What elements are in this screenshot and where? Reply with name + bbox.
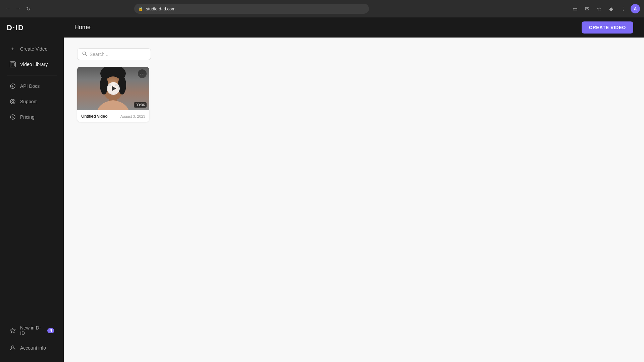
sidebar-item-pricing[interactable]: $ Pricing	[3, 110, 61, 124]
svg-line-12	[86, 55, 87, 56]
star-icon[interactable]: ☆	[594, 4, 604, 13]
sidebar: D·ID + Create Video Video Library	[0, 17, 64, 362]
logo: D·ID	[0, 17, 64, 38]
profile-avatar[interactable]: A	[631, 4, 640, 13]
sidebar-item-video-library-label: Video Library	[20, 62, 48, 67]
new-in-did-icon	[9, 327, 16, 334]
extension-icon[interactable]: ◆	[606, 4, 616, 13]
duration-badge: 00:06	[134, 102, 147, 108]
video-library-icon	[9, 61, 16, 68]
sidebar-item-video-library[interactable]: Video Library	[3, 57, 61, 72]
sidebar-item-api-docs[interactable]: API Docs	[3, 79, 61, 94]
lock-icon: 🔒	[138, 6, 143, 11]
new-badge: N	[47, 328, 54, 333]
bookmark-icon[interactable]: ✉	[582, 4, 592, 13]
svg-text:$: $	[12, 115, 14, 119]
support-icon	[9, 98, 16, 105]
play-icon	[112, 86, 116, 91]
address-bar[interactable]: 🔒 studio.d-id.com	[134, 4, 369, 14]
svg-point-5	[10, 99, 15, 104]
sidebar-nav: + Create Video Video Library	[0, 38, 64, 318]
more-options-button[interactable]: ⋯	[138, 69, 147, 78]
reload-button[interactable]: ↻	[24, 5, 32, 13]
search-bar[interactable]	[77, 48, 151, 60]
pricing-icon: $	[9, 114, 16, 120]
browser-chrome: ← → ↻ 🔒 studio.d-id.com ▭ ✉ ☆ ◆ ⋮ A	[0, 0, 644, 17]
account-icon	[9, 345, 16, 351]
app-container: D·ID + Create Video Video Library	[0, 17, 644, 362]
sidebar-item-api-docs-label: API Docs	[20, 83, 40, 89]
video-title: Untitled video	[81, 114, 108, 119]
content-area: ⋯ 00:06 Untitled video August 3, 2023	[64, 38, 644, 362]
svg-point-20	[100, 76, 108, 95]
create-video-button[interactable]: CREATE VIDEO	[582, 21, 633, 34]
sidebar-item-new-in-did[interactable]: New in D-ID N	[3, 321, 61, 340]
video-date: August 3, 2023	[120, 114, 145, 118]
logo-text: D·ID	[7, 23, 24, 32]
create-video-icon: +	[9, 46, 16, 52]
search-icon	[82, 51, 87, 57]
sidebar-item-new-in-did-label: New in D-ID	[20, 325, 41, 336]
sidebar-item-pricing-label: Pricing	[20, 114, 35, 120]
video-grid: ⋯ 00:06 Untitled video August 3, 2023	[77, 67, 631, 122]
sidebar-divider	[7, 75, 57, 75]
url-text: studio.d-id.com	[146, 6, 175, 11]
api-docs-icon	[9, 83, 16, 89]
browser-actions: ▭ ✉ ☆ ◆ ⋮ A	[570, 4, 640, 13]
browser-nav-buttons: ← → ↻	[4, 5, 32, 13]
screen-cast-icon[interactable]: ▭	[570, 4, 580, 13]
sidebar-item-create-video-label: Create Video	[20, 46, 47, 52]
forward-button[interactable]: →	[14, 5, 22, 13]
video-thumbnail: ⋯ 00:06	[77, 67, 149, 110]
menu-icon[interactable]: ⋮	[619, 4, 628, 13]
header: Home CREATE VIDEO	[64, 17, 644, 38]
page-title: Home	[74, 24, 91, 31]
svg-point-21	[118, 76, 126, 95]
main-content: Home CREATE VIDEO	[64, 17, 644, 362]
play-button[interactable]	[107, 82, 120, 95]
search-input[interactable]	[90, 52, 146, 57]
sidebar-item-create-video[interactable]: + Create Video	[3, 42, 61, 56]
sidebar-item-account-label: Account info	[20, 345, 46, 351]
sidebar-bottom: New in D-ID N Account info	[0, 318, 64, 362]
sidebar-item-account[interactable]: Account info	[3, 341, 61, 355]
video-card[interactable]: ⋯ 00:06 Untitled video August 3, 2023	[77, 67, 149, 122]
svg-point-6	[12, 101, 14, 103]
video-info: Untitled video August 3, 2023	[77, 110, 149, 122]
svg-rect-1	[11, 63, 14, 66]
sidebar-item-support[interactable]: Support	[3, 94, 61, 109]
sidebar-item-support-label: Support	[20, 99, 37, 104]
svg-marker-9	[10, 328, 15, 333]
back-button[interactable]: ←	[4, 5, 12, 13]
